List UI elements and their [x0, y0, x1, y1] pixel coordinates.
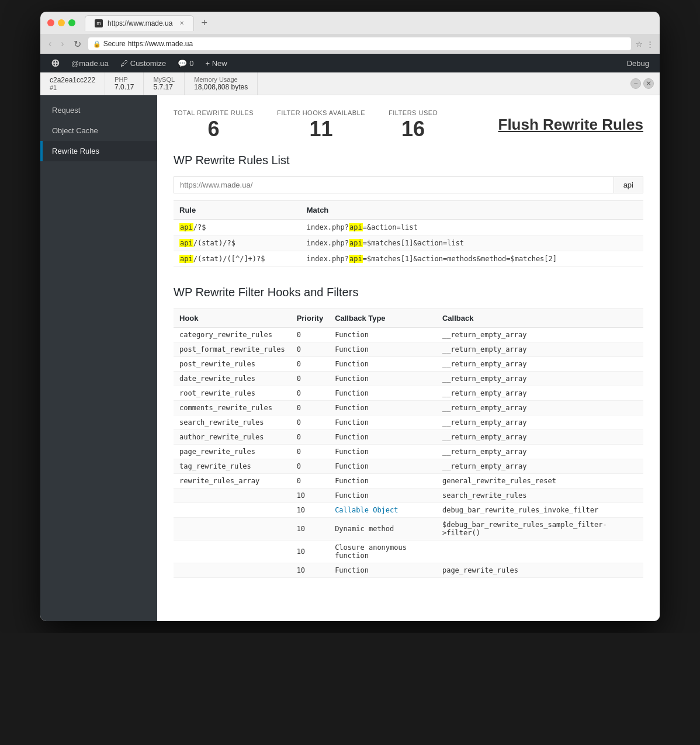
table-row: 10 Callable Object debug_bar_rewrite_rul…: [174, 503, 643, 518]
menu-icon[interactable]: ⋮: [646, 40, 654, 48]
priority-cell: 0: [291, 372, 330, 386]
callback-cell: __return_empty_array: [436, 430, 643, 445]
hook-cell: page_rewrite_rules: [174, 445, 291, 459]
table-row: search_rewrite_rules 0 Function __return…: [174, 415, 643, 430]
new-tab-button[interactable]: +: [199, 17, 210, 29]
flush-rewrite-rules-button[interactable]: Flush Rewrite Rules: [498, 116, 644, 134]
minimize-button[interactable]: [58, 19, 65, 26]
table-row: post_format_rewrite_rules 0 Function __r…: [174, 342, 643, 357]
hooks-section-title: WP Rewrite Filter Hooks and Filters: [174, 286, 643, 299]
sidebar-item-object-cache[interactable]: Object Cache: [40, 120, 157, 141]
sidebar-item-request[interactable]: Request: [40, 100, 157, 120]
callback-type-cell: Closure anonymous function: [329, 540, 436, 563]
secure-icon: 🔒: [93, 40, 101, 48]
callback-type-cell: Function: [329, 357, 436, 372]
callback-cell: __return_empty_array: [436, 459, 643, 474]
callback-cell: __return_empty_array: [436, 401, 643, 415]
priority-cell: 0: [291, 430, 330, 445]
filter-button[interactable]: api: [614, 176, 643, 193]
adminbar-debug[interactable]: Debug: [621, 54, 655, 72]
close-button[interactable]: [47, 19, 54, 26]
debug-php: PHP 7.0.17: [105, 72, 144, 95]
priority-cell: 0: [291, 357, 330, 372]
hook-cell: root_rewrite_rules: [174, 386, 291, 401]
callback-cell: search_rewrite_rules: [436, 488, 643, 503]
hook-cell: rewrite_rules_array: [174, 474, 291, 488]
callback-cell: __return_empty_array: [436, 342, 643, 357]
hook-cell: tag_rewrite_rules: [174, 459, 291, 474]
col-rule: Rule: [174, 201, 301, 220]
comment-icon: 💬: [178, 59, 187, 68]
callback-type-cell: Function: [329, 430, 436, 445]
bookmark-icon[interactable]: ☆: [636, 40, 643, 48]
priority-cell: 0: [291, 328, 330, 342]
table-row: 10 Closure anonymous function: [174, 540, 643, 563]
maximize-button[interactable]: [68, 19, 75, 26]
back-button[interactable]: ‹: [46, 37, 54, 50]
adminbar-comments[interactable]: 💬 0: [172, 54, 199, 72]
callback-type-cell: Function: [329, 372, 436, 386]
tab-title: https://www.made.ua: [108, 19, 172, 27]
hook-cell: post_rewrite_rules: [174, 357, 291, 372]
browser-addressbar: ‹ › ↻ 🔒 Secure https://www.made.ua ☆ ⋮: [40, 34, 660, 54]
callback-type-cell: Dynamic method: [329, 518, 436, 540]
callback-type-cell: Function: [329, 445, 436, 459]
debug-id: c2a2ea1cc222 #1: [40, 72, 105, 95]
table-row: api/(stat)/?$index.php?api=$matches[1]&a…: [174, 235, 643, 251]
col-hook: Hook: [174, 309, 291, 328]
callback-cell: __return_empty_array: [436, 328, 643, 342]
col-priority: Priority: [291, 309, 330, 328]
address-actions: ☆ ⋮: [636, 40, 654, 48]
url-display: https://www.made.ua: [128, 40, 193, 48]
col-match: Match: [301, 201, 643, 220]
debug-strip-controls: − ✕: [625, 72, 660, 95]
callback-cell: debug_bar_rewrite_rules_invoke_filter: [436, 503, 643, 518]
filter-input[interactable]: [174, 176, 614, 193]
sidebar-item-rewrite-rules[interactable]: Rewrite Rules: [40, 141, 157, 161]
priority-cell: 0: [291, 401, 330, 415]
debug-mysql: MySQL 5.7.17: [144, 72, 185, 95]
callback-cell: __return_empty_array: [436, 445, 643, 459]
hook-cell: [174, 518, 291, 540]
table-row: api/(stat)/([^/]+)?$index.php?api=$match…: [174, 251, 643, 267]
callback-type-cell: Callable Object: [329, 503, 436, 518]
table-row: 10 Function search_rewrite_rules: [174, 488, 643, 503]
callback-cell: __return_empty_array: [436, 415, 643, 430]
reload-button[interactable]: ↻: [71, 37, 84, 51]
callback-cell: __return_empty_array: [436, 372, 643, 386]
secure-label: Secure: [103, 40, 126, 48]
priority-cell: 10: [291, 488, 330, 503]
wp-logo-icon: ⊕: [51, 57, 60, 70]
callback-type-cell: Function: [329, 563, 436, 578]
priority-cell: 10: [291, 540, 330, 563]
close-debug-button[interactable]: ✕: [643, 78, 654, 89]
adminbar-customize[interactable]: 🖊 Customize: [115, 54, 172, 72]
callback-type-cell: Function: [329, 328, 436, 342]
tab-favicon: m: [95, 19, 103, 27]
hook-cell: category_rewrite_rules: [174, 328, 291, 342]
hook-cell: [174, 563, 291, 578]
address-field[interactable]: 🔒 Secure https://www.made.ua: [88, 37, 631, 50]
priority-cell: 0: [291, 386, 330, 401]
browser-tab[interactable]: m https://www.made.ua ✕: [85, 15, 194, 31]
adminbar-site[interactable]: @made.ua: [65, 54, 115, 72]
table-row: category_rewrite_rules 0 Function __retu…: [174, 328, 643, 342]
priority-cell: 0: [291, 342, 330, 357]
priority-cell: 0: [291, 445, 330, 459]
rewrite-rules-section-title: WP Rewrite Rules List: [174, 154, 643, 167]
adminbar-at-made: @made.ua: [71, 59, 109, 68]
tab-close-icon[interactable]: ✕: [179, 20, 184, 26]
table-row: 10 Function page_rewrite_rules: [174, 563, 643, 578]
table-row: comments_rewrite_rules 0 Function __retu…: [174, 401, 643, 415]
wp-logo[interactable]: ⊕: [45, 54, 65, 72]
minimize-debug-button[interactable]: −: [630, 78, 641, 89]
callback-cell: $debug_bar_rewrite_rules_sample_filter->…: [436, 518, 643, 540]
callback-cell: [436, 540, 643, 563]
forward-button[interactable]: ›: [58, 37, 66, 50]
callback-type-cell: Function: [329, 415, 436, 430]
adminbar-new[interactable]: + New: [199, 54, 233, 72]
callback-type-cell: Function: [329, 401, 436, 415]
main-content: TOTAL REWRITE RULES 6 FILTER HOOKS AVAIL…: [157, 95, 660, 621]
callback-cell: __return_empty_array: [436, 386, 643, 401]
debug-memory: Memory Usage 18,008,808 bytes: [185, 72, 258, 95]
